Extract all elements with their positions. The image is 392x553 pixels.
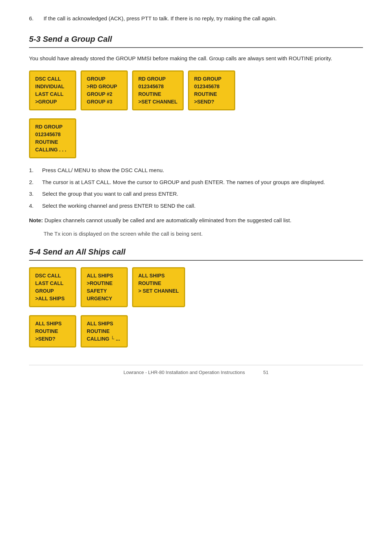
step-4-num: 4.: [29, 202, 38, 210]
item-6-number: 6.: [29, 15, 39, 23]
step-2-num: 2.: [29, 178, 38, 187]
tx-note: The Tx icon is displayed on the screen w…: [44, 230, 363, 238]
group-screen-1: DSC CALL INDIVIDUAL LAST CALL >GROUP: [29, 70, 76, 110]
item-6-text: If the call is acknowledged (ACK), press…: [44, 15, 277, 23]
allships-screens-row1: DSC CALL LAST CALL GROUP >ALL SHIPS ALL …: [29, 267, 363, 307]
group-call-note: Note: Duplex channels cannot usually be …: [29, 216, 363, 225]
allships-screen-3: ALL SHIPS ROUTINE > SET CHANNEL: [132, 267, 185, 307]
section-5-3-title: 5-3 Send a Group Call: [29, 33, 363, 48]
section-5-4: 5-4 Send an All Ships call DSC CALL LAST…: [29, 246, 363, 347]
footer-text: Lowrance - LHR-80 Installation and Opera…: [123, 370, 245, 375]
step-1-text: Press CALL/ MENU to show the DSC CALL me…: [42, 166, 164, 175]
section-5-3: 5-3 Send a Group Call You should have al…: [29, 33, 363, 238]
allships-screen-1: DSC CALL LAST CALL GROUP >ALL SHIPS: [29, 267, 76, 307]
allships-screen-5: ALL SHIPS ROUTINE CALLING └ ...: [81, 315, 128, 347]
group-screen-2: GROUP >RD GROUP GROUP #2 GROUP #3: [81, 70, 128, 110]
group-call-screens-row1: DSC CALL INDIVIDUAL LAST CALL >GROUP GRO…: [29, 70, 363, 110]
section-5-4-title: 5-4 Send an All Ships call: [29, 246, 363, 261]
group-screen-5: RD GROUP 012345678 ROUTINE CALLING . . .: [29, 118, 76, 158]
group-screen-3: RD GROUP 012345678 ROUTINE >SET CHANNEL: [132, 70, 184, 110]
step-1: 1. Press CALL/ MENU to show the DSC CALL…: [29, 166, 363, 175]
step-4-text: Select the working channel and press ENT…: [42, 202, 196, 210]
allships-screen-2: ALL SHIPS >ROUTINE SAFETY URGENCY: [81, 267, 128, 307]
group-call-screens-row2: RD GROUP 012345678 ROUTINE CALLING . . .: [29, 118, 363, 158]
step-2: 2. The cursor is at LAST CALL. Move the …: [29, 178, 363, 187]
footer-page: 51: [263, 370, 268, 375]
step-3-num: 3.: [29, 190, 38, 198]
group-screen-4: RD GROUP 012345678 ROUTINE >SEND?: [188, 70, 235, 110]
section-5-3-intro: You should have already stored the GROUP…: [29, 54, 363, 63]
step-4: 4. Select the working channel and press …: [29, 202, 363, 210]
step-3-text: Select the group that you want to call a…: [42, 190, 178, 198]
note-label: Note:: [29, 217, 43, 223]
allships-screens-row2: ALL SHIPS ROUTINE >SEND? ALL SHIPS ROUTI…: [29, 315, 363, 347]
allships-screen-4: ALL SHIPS ROUTINE >SEND?: [29, 315, 76, 347]
step-2-text: The cursor is at LAST CALL. Move the cur…: [42, 178, 325, 187]
item-6: 6. If the call is acknowledged (ACK), pr…: [29, 15, 363, 23]
footer: Lowrance - LHR-80 Installation and Opera…: [29, 365, 363, 376]
note-text: Duplex channels cannot usually be called…: [45, 217, 291, 223]
step-3: 3. Select the group that you want to cal…: [29, 190, 363, 198]
step-1-num: 1.: [29, 166, 38, 175]
group-call-steps: 1. Press CALL/ MENU to show the DSC CALL…: [29, 166, 363, 210]
